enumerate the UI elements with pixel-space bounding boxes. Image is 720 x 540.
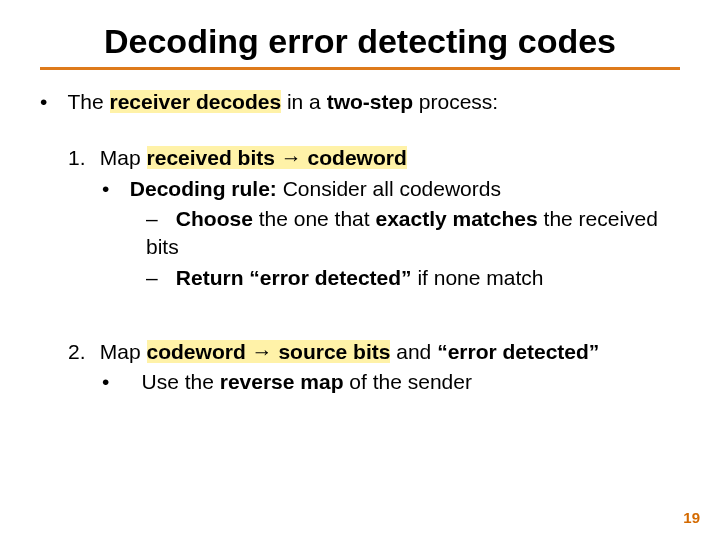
step-1: 1. Map received bits → codeword <box>68 144 680 172</box>
step-1-choose: – Choose the one that exactly matches th… <box>146 205 680 262</box>
highlight: receiver decodes <box>110 90 282 113</box>
step-1-rule: • Decoding rule: Consider all codewords <box>102 175 680 203</box>
text: Decoding rule: <box>130 177 277 200</box>
number-marker: 2. <box>68 338 94 366</box>
dash-icon: – <box>146 264 170 292</box>
text: “error detected” <box>437 340 599 363</box>
step-2: 2. Map codeword → source bits and “error… <box>68 338 680 366</box>
text: in a <box>281 90 327 113</box>
text: and <box>390 340 437 363</box>
text: The <box>67 90 109 113</box>
text: of the sender <box>344 370 472 393</box>
highlight: received bits → codeword <box>147 146 407 169</box>
number-marker: 1. <box>68 144 94 172</box>
text: Map <box>100 146 147 169</box>
slide-title: Decoding error detecting codes <box>0 0 720 67</box>
dash-icon: – <box>146 205 170 233</box>
text: exactly matches <box>375 207 543 230</box>
bullet-icon: • <box>102 368 124 396</box>
text: Use the <box>142 370 220 393</box>
highlight: codeword → source bits <box>147 340 391 363</box>
step-1-return: – Return “error detected” if none match <box>146 264 680 292</box>
text: the one that <box>259 207 376 230</box>
bullet-icon: • <box>102 175 124 203</box>
text: process: <box>413 90 498 113</box>
slide-body: • The receiver decodes in a two-step pro… <box>0 88 720 397</box>
bullet-icon: • <box>40 88 62 116</box>
step-2-reverse: • Use the reverse map of the sender <box>102 368 680 396</box>
text: Map <box>100 340 147 363</box>
text: Return “error detected” <box>176 266 412 289</box>
text: two-step <box>327 90 413 113</box>
intro-line: • The receiver decodes in a two-step pro… <box>40 88 680 116</box>
text: if none match <box>412 266 544 289</box>
page-number: 19 <box>683 509 700 526</box>
text: reverse map <box>220 370 344 393</box>
text: Consider all codewords <box>277 177 501 200</box>
text: Choose <box>176 207 259 230</box>
title-rule <box>40 67 680 70</box>
